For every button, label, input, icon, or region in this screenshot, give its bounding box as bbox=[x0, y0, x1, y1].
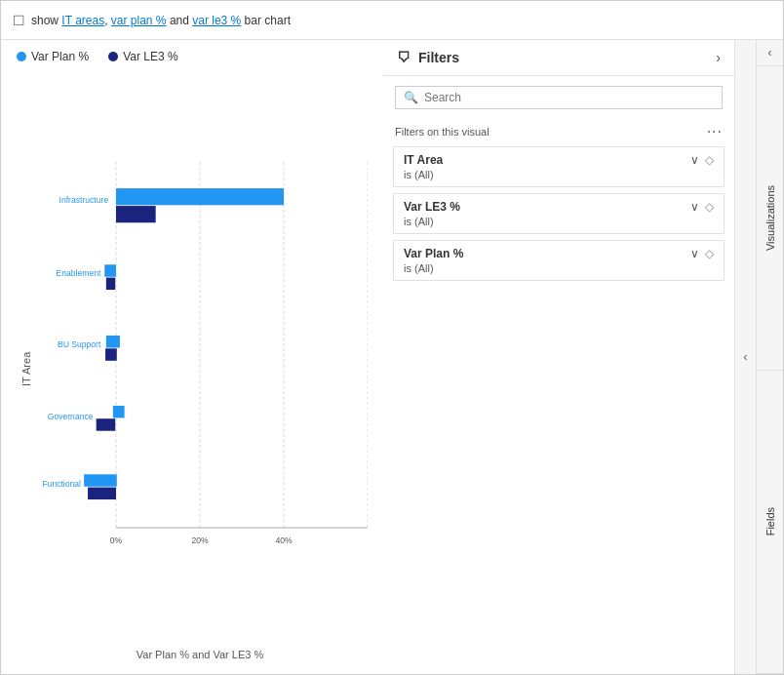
filter-card-var-le3-value: is (All) bbox=[404, 216, 714, 227]
top-bar-text: show IT areas, var plan % and var le3 % … bbox=[31, 14, 291, 27]
side-tabs: ‹ Visualizations Fields bbox=[756, 40, 783, 674]
filters-more-options[interactable]: ··· bbox=[707, 123, 723, 140]
filter-card-it-area-header: IT Area ∨ ◇ bbox=[404, 153, 714, 167]
tab-fields[interactable]: Fields bbox=[757, 371, 783, 675]
tab-fields-label: Fields bbox=[764, 499, 776, 543]
content-area: Var Plan % Var LE3 % IT Area bbox=[1, 40, 783, 674]
tab-visualizations-label: Visualizations bbox=[764, 178, 776, 258]
filter-card-var-plan-clear[interactable]: ◇ bbox=[705, 247, 714, 260]
bar-governance-var-le3 bbox=[97, 418, 116, 431]
filter-card-it-area-value: is (All) bbox=[404, 169, 714, 180]
svg-text:BU Support: BU Support bbox=[58, 339, 101, 349]
filter-card-var-le3: Var LE3 % ∨ ◇ is (All) bbox=[393, 193, 725, 234]
bar-busupport-var-plan bbox=[106, 336, 120, 348]
bar-enablement-var-le3 bbox=[106, 278, 115, 291]
bar-busupport-var-le3 bbox=[105, 348, 117, 361]
filters-on-visual-text: Filters on this visual bbox=[395, 126, 490, 138]
chart-area: Var Plan % Var LE3 % IT Area bbox=[1, 40, 383, 674]
search-icon: 🔍 bbox=[404, 91, 418, 104]
collapse-right-button[interactable]: ‹ bbox=[757, 40, 783, 66]
filter-card-var-plan-value: is (All) bbox=[404, 262, 714, 274]
filter-card-var-plan: Var Plan % ∨ ◇ is (All) bbox=[393, 240, 725, 281]
legend-label-var-plan: Var Plan % bbox=[31, 50, 89, 63]
filter-card-var-plan-chevron[interactable]: ∨ bbox=[690, 247, 699, 260]
tab-visualizations[interactable]: Visualizations bbox=[757, 66, 783, 371]
chart-svg: Infrastructure Enablement BU Support bbox=[32, 73, 368, 647]
bar-infrastructure-var-plan bbox=[116, 188, 284, 205]
filter-card-var-le3-chevron[interactable]: ∨ bbox=[690, 200, 699, 214]
filters-title-text: Filters bbox=[418, 50, 459, 65]
svg-text:Governance: Governance bbox=[48, 412, 94, 421]
bar-functional-var-le3 bbox=[88, 488, 116, 500]
filter-card-it-area-clear[interactable]: ◇ bbox=[705, 153, 714, 167]
legend-dot-var-plan bbox=[17, 52, 26, 61]
filter-card-it-area: IT Area ∨ ◇ is (All) bbox=[393, 146, 725, 187]
legend-label-var-le3: Var LE3 % bbox=[123, 50, 177, 63]
legend-item-var-plan: Var Plan % bbox=[17, 50, 89, 63]
collapse-filters-button[interactable]: ‹ bbox=[734, 40, 756, 674]
filters-title: ⛉ Filters bbox=[397, 50, 459, 65]
message-icon: ☐ bbox=[13, 13, 25, 28]
bar-enablement-var-plan bbox=[104, 264, 116, 277]
filter-card-it-area-controls: ∨ ◇ bbox=[690, 153, 714, 167]
link-var-plan[interactable]: var plan % bbox=[111, 14, 167, 27]
x-axis-label: Var Plan % and Var LE3 % bbox=[32, 647, 368, 664]
filter-funnel-icon: ⛉ bbox=[397, 50, 411, 65]
search-input[interactable] bbox=[424, 91, 714, 104]
chart-plot: Infrastructure Enablement BU Support bbox=[32, 73, 368, 647]
filter-card-var-le3-title: Var LE3 % bbox=[404, 200, 460, 214]
svg-text:Infrastructure: Infrastructure bbox=[59, 195, 109, 205]
svg-text:Functional: Functional bbox=[42, 479, 81, 489]
search-box: 🔍 bbox=[395, 86, 723, 109]
bar-functional-var-plan bbox=[84, 474, 117, 487]
svg-text:Enablement: Enablement bbox=[56, 268, 100, 278]
svg-text:0%: 0% bbox=[110, 536, 123, 545]
filter-card-var-le3-clear[interactable]: ◇ bbox=[705, 200, 714, 214]
y-axis-label: IT Area bbox=[17, 73, 32, 664]
bar-governance-var-plan bbox=[113, 406, 125, 418]
filter-card-var-plan-controls: ∨ ◇ bbox=[690, 247, 714, 260]
chart-inner: Infrastructure Enablement BU Support bbox=[32, 73, 368, 664]
filters-expand-icon[interactable]: › bbox=[716, 50, 721, 65]
chart-wrapper: IT Area bbox=[17, 73, 368, 664]
collapse-right-icon: ‹ bbox=[768, 46, 772, 60]
filter-card-var-plan-title: Var Plan % bbox=[404, 247, 463, 260]
filter-card-var-le3-controls: ∨ ◇ bbox=[690, 200, 714, 214]
svg-text:40%: 40% bbox=[275, 536, 293, 545]
bar-infrastructure-var-le3 bbox=[116, 206, 156, 222]
filter-card-it-area-title: IT Area bbox=[404, 153, 443, 167]
filter-card-var-plan-header: Var Plan % ∨ ◇ bbox=[404, 247, 714, 260]
legend-item-var-le3: Var LE3 % bbox=[108, 50, 177, 63]
filter-card-var-le3-header: Var LE3 % ∨ ◇ bbox=[404, 200, 714, 214]
link-var-le3[interactable]: var le3 % bbox=[192, 14, 241, 27]
filters-header: ⛉ Filters › bbox=[383, 40, 734, 76]
filters-on-visual-label: Filters on this visual ··· bbox=[383, 119, 734, 146]
link-it-areas[interactable]: IT areas bbox=[61, 14, 104, 27]
chart-legend: Var Plan % Var LE3 % bbox=[17, 50, 368, 63]
filters-panel: ⛉ Filters › 🔍 Filters on this visual ···… bbox=[383, 40, 734, 674]
legend-dot-var-le3 bbox=[108, 52, 118, 61]
top-bar: ☐ show IT areas, var plan % and var le3 … bbox=[1, 1, 783, 40]
filter-card-it-area-chevron[interactable]: ∨ bbox=[690, 153, 699, 167]
svg-text:20%: 20% bbox=[191, 536, 209, 545]
